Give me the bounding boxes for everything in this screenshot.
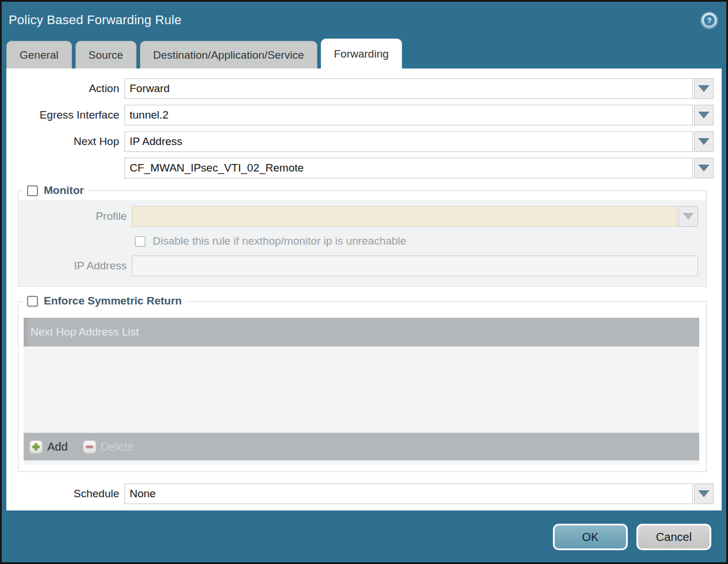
monitor-legend: Monitor <box>23 184 88 197</box>
tab-forwarding[interactable]: Forwarding <box>321 39 402 68</box>
schedule-input[interactable] <box>124 483 693 504</box>
profile-dropdown-button <box>678 206 698 227</box>
help-icon[interactable]: ? <box>702 13 717 28</box>
next-hop-address-list-header: Next Hop Address List <box>24 318 699 346</box>
egress-interface-label: Egress Interface <box>6 109 124 121</box>
symmetric-return-legend-label: Enforce Symmetric Return <box>44 295 182 307</box>
symmetric-return-fieldset: Enforce Symmetric Return Next Hop Addres… <box>18 295 707 472</box>
chevron-down-icon <box>698 490 710 497</box>
tab-bar: General Source Destination/Application/S… <box>2 39 726 68</box>
profile-combo <box>132 206 698 227</box>
symmetric-return-checkbox[interactable] <box>27 296 38 307</box>
schedule-label: Schedule <box>6 487 124 500</box>
delete-button-label: Delete <box>101 440 134 454</box>
monitor-checkbox[interactable] <box>27 185 38 196</box>
schedule-row: Schedule <box>6 483 714 504</box>
table-footer-bar: Add Delete <box>24 433 699 460</box>
chevron-down-icon <box>682 213 694 220</box>
egress-interface-row: Egress Interface <box>6 105 714 125</box>
add-button-label: Add <box>47 440 68 454</box>
action-row: Action <box>6 78 714 99</box>
next-hop-dropdown-button[interactable] <box>694 131 714 152</box>
next-hop-input[interactable] <box>124 131 693 152</box>
action-dropdown-button[interactable] <box>694 78 714 99</box>
symmetric-return-legend: Enforce Symmetric Return <box>23 295 186 307</box>
tab-general[interactable]: General <box>6 41 72 68</box>
action-combo <box>124 78 714 99</box>
chevron-down-icon <box>698 138 710 145</box>
chevron-down-icon <box>698 112 710 119</box>
delete-button: Delete <box>83 440 134 454</box>
chevron-down-icon <box>698 85 710 92</box>
next-hop-row: Next Hop <box>6 131 714 152</box>
next-hop-address-row <box>6 158 714 178</box>
next-hop-address-input[interactable] <box>124 158 693 178</box>
schedule-dropdown-button[interactable] <box>694 483 714 504</box>
next-hop-address-dropdown-button[interactable] <box>694 158 714 178</box>
pbf-rule-dialog: Policy Based Forwarding Rule ? General S… <box>0 0 728 564</box>
monitor-ip-address-label: IP Address <box>19 260 132 272</box>
profile-label: Profile <box>19 210 132 223</box>
egress-interface-dropdown-button[interactable] <box>694 105 714 125</box>
action-label: Action <box>6 82 124 95</box>
disable-rule-row: Disable this rule if nexthop/monitor ip … <box>135 235 706 247</box>
symmetric-return-body: Next Hop Address List Add <box>19 311 706 471</box>
monitor-fieldset: Monitor Profile Disable this rule if nex… <box>18 184 707 287</box>
title-bar: Policy Based Forwarding Rule ? <box>2 2 726 39</box>
help-question-glyph: ? <box>704 15 715 26</box>
next-hop-combo <box>124 131 714 152</box>
profile-row: Profile <box>19 206 706 227</box>
next-hop-label: Next Hop <box>6 135 124 148</box>
dialog-title: Policy Based Forwarding Rule <box>9 13 181 28</box>
table-bottom-strip <box>24 460 699 465</box>
monitor-body: Profile Disable this rule if nexthop/mon… <box>19 200 706 285</box>
monitor-ip-address-combo <box>132 256 698 276</box>
next-hop-address-list-table: Next Hop Address List Add <box>24 318 699 465</box>
disable-rule-checkbox <box>135 236 146 247</box>
monitor-legend-label: Monitor <box>44 184 84 197</box>
add-button[interactable]: Add <box>29 440 68 454</box>
next-hop-address-combo <box>124 158 714 178</box>
forwarding-tab-panel: Action Egress Interface Next Hop <box>6 68 722 510</box>
next-hop-address-list-rows <box>24 346 699 433</box>
profile-input <box>132 206 677 227</box>
chevron-down-icon <box>698 165 710 172</box>
monitor-ip-address-input <box>132 256 698 276</box>
dialog-footer: OK Cancel <box>2 510 726 563</box>
schedule-combo <box>124 483 714 504</box>
minus-icon <box>83 440 96 454</box>
tab-destination-application-service[interactable]: Destination/Application/Service <box>140 41 317 68</box>
monitor-ip-address-row: IP Address <box>19 256 706 276</box>
ok-button[interactable]: OK <box>553 524 628 550</box>
egress-interface-input[interactable] <box>124 105 693 125</box>
disable-rule-label: Disable this rule if nexthop/monitor ip … <box>153 235 406 247</box>
cancel-button[interactable]: Cancel <box>636 524 711 550</box>
tab-source[interactable]: Source <box>75 41 136 68</box>
plus-icon <box>29 440 43 454</box>
egress-interface-combo <box>124 105 714 125</box>
action-input[interactable] <box>124 78 693 99</box>
